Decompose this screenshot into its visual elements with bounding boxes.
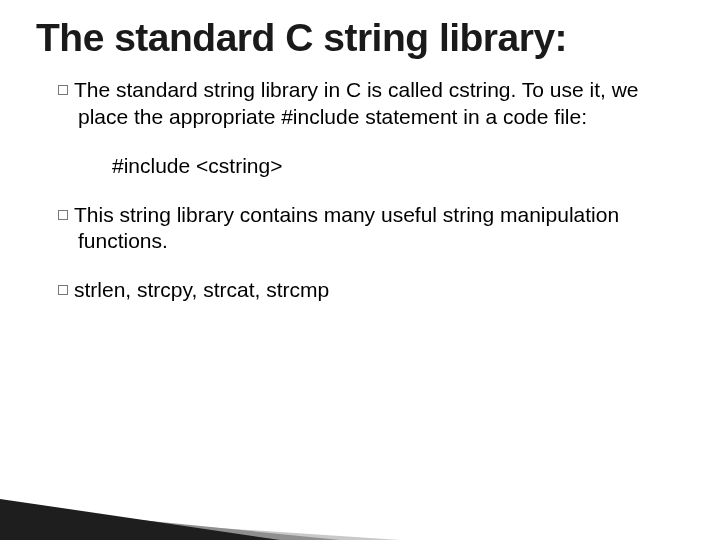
p3-lead: strlen,	[74, 278, 131, 301]
paragraph-1: The standard string library in C is call…	[58, 77, 674, 131]
slide-container: The standard C string library: The stand…	[0, 0, 720, 304]
square-bullet-icon	[58, 285, 68, 295]
slide-title: The standard C string library:	[36, 18, 684, 59]
p1-lead: The	[74, 78, 110, 101]
decorative-stripes-icon	[0, 460, 400, 540]
paragraph-3: strlen, strcpy, strcat, strcmp	[58, 277, 674, 304]
p2-rest: string library contains many useful stri…	[78, 203, 619, 253]
svg-marker-1	[0, 504, 340, 540]
paragraph-2: This string library contains many useful…	[58, 202, 674, 256]
code-include-line: #include <cstring>	[112, 153, 674, 180]
svg-marker-2	[0, 496, 280, 540]
square-bullet-icon	[58, 85, 68, 95]
p2-lead: This	[74, 203, 114, 226]
svg-marker-0	[0, 512, 400, 540]
slide-body: The standard string library in C is call…	[58, 77, 674, 304]
p1-rest: standard string library in C is called c…	[78, 78, 639, 128]
p3-rest: strcpy, strcat, strcmp	[131, 278, 329, 301]
square-bullet-icon	[58, 210, 68, 220]
